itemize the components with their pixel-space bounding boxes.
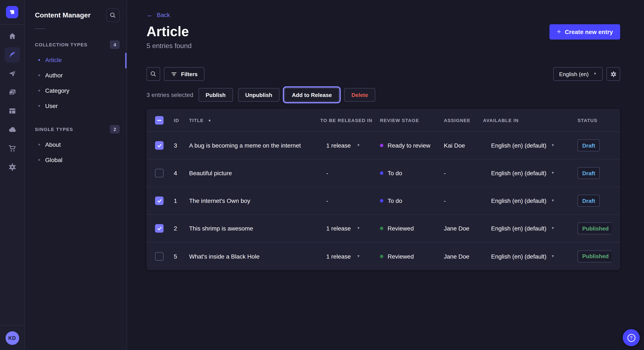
stage-dot-icon: [380, 227, 383, 230]
status-cell: Published: [578, 222, 612, 234]
chevron-down-icon[interactable]: ▼: [551, 144, 554, 147]
stage-dot-icon: [380, 199, 383, 202]
select-all-checkbox[interactable]: [155, 116, 164, 124]
subnav-item-label: User: [45, 103, 58, 109]
locale-select[interactable]: English (en) ▼: [553, 67, 603, 81]
row-id: 2: [174, 225, 189, 232]
chevron-down-icon[interactable]: ▼: [357, 227, 360, 230]
status-badge: Draft: [578, 140, 600, 151]
chevron-down-icon[interactable]: ▼: [551, 172, 554, 175]
release-cell[interactable]: 1 release ▼: [320, 142, 380, 149]
row-title: This shrimp is awesome: [189, 225, 320, 232]
list-settings-button[interactable]: [606, 67, 620, 81]
available-in-cell[interactable]: English (en) (default) ▼: [483, 197, 578, 204]
releases-icon[interactable]: [4, 66, 20, 81]
table-header-row: ID TITLE ▲ TO BE RELEASED IN REVIEW STAG…: [146, 109, 620, 132]
strapi-logo[interactable]: [6, 6, 18, 18]
back-link[interactable]: ← Back: [146, 11, 170, 18]
unpublish-button[interactable]: Unpublish: [238, 88, 280, 102]
deploy-cloud-icon[interactable]: [4, 122, 20, 137]
add-to-release-button[interactable]: Add to Release: [284, 88, 339, 102]
status-badge: Draft: [578, 195, 600, 207]
row-id: 3: [174, 142, 189, 149]
user-avatar[interactable]: KD: [5, 331, 19, 345]
help-button[interactable]: ?: [623, 329, 640, 346]
main-nav-rail: KD: [0, 0, 25, 350]
subnav-item-label: Article: [45, 57, 62, 63]
review-stage-cell: Reviewed: [380, 253, 444, 260]
status-badge: Published: [578, 222, 612, 234]
status-badge: Published: [578, 250, 612, 262]
entries-count: 5 entries found: [146, 42, 192, 50]
create-new-entry-button[interactable]: + Create new entry: [550, 24, 620, 39]
status-cell: Published: [578, 250, 612, 262]
bullet-icon: [38, 74, 40, 76]
stage-dot-icon: [380, 172, 383, 175]
table-row[interactable]: 5 What's inside a Black Hole 1 release ▼…: [146, 242, 620, 270]
available-in-cell[interactable]: English (en) (default) ▼: [483, 170, 578, 176]
subnav-item-category[interactable]: Category: [25, 83, 126, 98]
release-cell[interactable]: - ▼: [320, 170, 380, 176]
bullet-icon: [38, 144, 40, 146]
settings-gear-icon[interactable]: [4, 160, 20, 175]
col-title: TITLE ▲: [189, 118, 320, 123]
selection-count: 3 entries selected: [146, 91, 193, 98]
main-content: ← Back + Create new entry Article 5 entr…: [127, 0, 644, 350]
row-id: 1: [174, 197, 189, 204]
release-cell[interactable]: - ▼: [320, 197, 380, 204]
publish-button[interactable]: Publish: [198, 88, 233, 102]
table-row[interactable]: 4 Beautiful picture - ▼ To do - English …: [146, 160, 620, 187]
subnav-item-about[interactable]: About: [25, 137, 126, 152]
check-icon: [156, 226, 162, 231]
subnav-section: COLLECTION TYPES 4 Article Author Catego…: [25, 39, 126, 114]
check-icon: [156, 143, 162, 148]
chevron-down-icon[interactable]: ▼: [551, 255, 554, 258]
subnav-item-label: Global: [45, 157, 62, 163]
marketplace-cart-icon[interactable]: [4, 141, 20, 156]
review-stage-cell: To do: [380, 197, 444, 204]
table-row[interactable]: 3 A bug is becoming a meme on the intern…: [146, 132, 620, 160]
search-entries-button[interactable]: [146, 67, 160, 81]
table-row[interactable]: 2 This shrimp is awesome 1 release ▼ Rev…: [146, 215, 620, 242]
row-title: The internet's Own boy: [189, 197, 320, 204]
search-button[interactable]: [106, 8, 120, 22]
col-review-stage: REVIEW STAGE: [380, 118, 444, 123]
available-in-cell[interactable]: English (en) (default) ▼: [483, 142, 578, 149]
row-checkbox[interactable]: [155, 169, 164, 177]
divider: [35, 28, 45, 29]
toolbar: Filters English (en) ▼: [146, 67, 620, 81]
release-cell[interactable]: 1 release ▼: [320, 253, 380, 260]
assignee-cell: -: [444, 197, 483, 204]
row-checkbox[interactable]: [155, 224, 164, 233]
sort-asc-icon[interactable]: ▲: [208, 118, 212, 122]
row-checkbox[interactable]: [155, 141, 164, 150]
subnav-item-user[interactable]: User: [25, 98, 126, 114]
table-row[interactable]: 1 The internet's Own boy - ▼ To do - Eng…: [146, 187, 620, 215]
subnav-item-label: Category: [45, 87, 70, 94]
filters-button[interactable]: Filters: [164, 67, 204, 81]
chevron-down-icon[interactable]: ▼: [357, 255, 360, 258]
content-manager-icon[interactable]: [4, 47, 20, 62]
entries-table: ID TITLE ▲ TO BE RELEASED IN REVIEW STAG…: [146, 109, 620, 270]
available-in-cell[interactable]: English (en) (default) ▼: [483, 253, 578, 260]
row-checkbox[interactable]: [155, 252, 164, 260]
bullet-icon: [38, 105, 40, 107]
section-count-badge: 2: [110, 125, 120, 134]
row-checkbox[interactable]: [155, 196, 164, 205]
section-label: SINGLE TYPES: [35, 127, 73, 132]
subnav-item-article[interactable]: Article: [25, 52, 126, 68]
chevron-down-icon[interactable]: ▼: [551, 199, 554, 202]
content-type-builder-icon[interactable]: [4, 103, 20, 119]
media-library-icon[interactable]: [4, 85, 20, 100]
chevron-down-icon[interactable]: ▼: [551, 227, 554, 230]
home-icon[interactable]: [4, 28, 20, 44]
review-stage-cell: Ready to review: [380, 142, 444, 149]
release-cell[interactable]: 1 release ▼: [320, 225, 380, 232]
col-id: ID: [174, 118, 189, 123]
subnav-item-author[interactable]: Author: [25, 68, 126, 83]
assignee-cell: -: [444, 170, 483, 176]
subnav-item-global[interactable]: Global: [25, 152, 126, 168]
chevron-down-icon[interactable]: ▼: [357, 144, 360, 147]
available-in-cell[interactable]: English (en) (default) ▼: [483, 225, 578, 232]
delete-button[interactable]: Delete: [344, 88, 375, 102]
